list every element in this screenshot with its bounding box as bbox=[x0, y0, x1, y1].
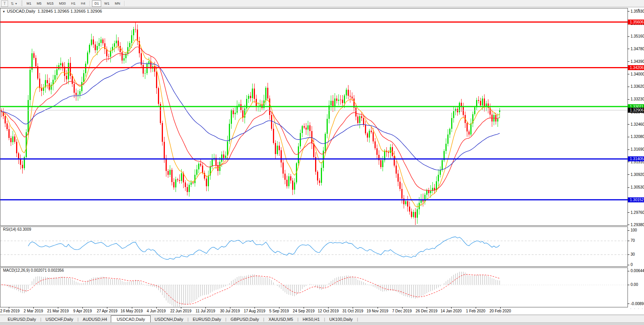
macd-label: MACD(12,26,9) 0.002071 0.002356 bbox=[3, 268, 64, 272]
price-badge-1.31405: 1.31405 bbox=[628, 156, 644, 161]
price-axis-tick: 1.32460 bbox=[631, 122, 644, 126]
date-axis-label: 27 Apr 2019 bbox=[97, 309, 117, 313]
price-axis-tick: 1.33620 bbox=[631, 84, 644, 89]
chart-tab-usdchf-daily[interactable]: USDCHF,Daily bbox=[42, 316, 77, 323]
macd-scale-label: 0.00 bbox=[631, 282, 638, 287]
date-axis-label: 11 Jul 2019 bbox=[196, 309, 215, 313]
price-axis-tick: 1.33230 bbox=[631, 97, 644, 101]
price-axis-tick: 1.35160 bbox=[631, 34, 644, 38]
rsi-scale-label: 70 bbox=[631, 238, 635, 243]
window-bottom-strip bbox=[0, 322, 644, 325]
resize-grip-dots: ．．．．．．．． bbox=[629, 305, 644, 310]
chart-tab-bar: EURUSD,Daily|USDCHF,Daily|AUDUSD,H4USDCA… bbox=[0, 315, 644, 323]
price-axis-tick: 1.31690 bbox=[631, 147, 644, 151]
chart-tab-usdcnh-daily[interactable]: USDCNH,Daily bbox=[151, 316, 187, 323]
macd-scale-label: 0.006448 bbox=[631, 269, 644, 273]
chart-tab-usdcad-daily[interactable]: USDCAD,Daily bbox=[111, 315, 151, 323]
date-axis-label: 17 Aug 2019 bbox=[244, 309, 265, 313]
price-axis-tick: 1.30920 bbox=[631, 172, 644, 177]
date-axis-label: 9 Apr 2019 bbox=[73, 309, 92, 313]
date-axis-label: 2 Mar 2019 bbox=[24, 309, 43, 313]
price-axis-tick: 1.34390 bbox=[631, 59, 644, 64]
chart-tab-gbpusd-daily[interactable]: GBPUSD,Daily bbox=[227, 316, 263, 323]
price-axis-tick: 1.34000 bbox=[631, 72, 644, 76]
date-axis-label: 14 Jan 2020 bbox=[440, 309, 462, 313]
chart-tab-eurusd-daily[interactable]: EURUSD,Daily bbox=[4, 316, 40, 323]
price-axis-tick: 1.32080 bbox=[631, 135, 644, 139]
chart-tab-xauusd-m5[interactable]: XAUUSD,M5 bbox=[264, 316, 297, 323]
rsi-label: RSI(14) 63.3009 bbox=[3, 227, 31, 231]
rsi-scale-label: 30 bbox=[631, 252, 635, 256]
chart-tab-audusd-h4[interactable]: AUDUSD,H4 bbox=[79, 316, 111, 323]
date-axis-label: 12 Feb 2019 bbox=[0, 309, 20, 313]
date-axis-label: 1 Feb 2020 bbox=[466, 309, 486, 313]
date-axis-label: 5 Sep 2019 bbox=[269, 309, 289, 313]
price-axis-tick: 1.29760 bbox=[631, 210, 644, 215]
date-axis-label: 31 Oct 2019 bbox=[342, 309, 363, 313]
date-axis-label: 19 Nov 2019 bbox=[366, 309, 388, 313]
date-axis-label: 24 Sep 2019 bbox=[293, 309, 315, 313]
tab-separator: | bbox=[356, 317, 358, 323]
date-axis-label: 16 May 2019 bbox=[121, 309, 143, 313]
chart-canvas[interactable] bbox=[0, 0, 644, 325]
price-badge-1.30152: 1.30152 bbox=[628, 197, 644, 202]
date-axis-label: 12 Oct 2019 bbox=[318, 309, 338, 313]
price-badge-1.34206: 1.34206 bbox=[628, 65, 644, 70]
price-axis-tick: 1.34780 bbox=[631, 47, 644, 51]
terminal-window: T ⇅ ▼ M1M5M15M30H1H4D1W1MN ▼USDCAD,Daily… bbox=[0, 0, 644, 325]
date-axis-label: 30 Jul 2019 bbox=[220, 309, 240, 313]
date-axis-label: 20 Feb 2020 bbox=[490, 309, 511, 313]
date-axis-label: 21 Mar 2019 bbox=[47, 309, 69, 313]
price-axis-tick: 1.29380 bbox=[631, 223, 644, 227]
scroll-up-icon[interactable]: ▲ bbox=[637, 8, 640, 11]
date-axis-label: 26 Dec 2019 bbox=[416, 309, 437, 313]
date-axis-label: 22 Jun 2019 bbox=[170, 309, 191, 313]
chart-tab-hk50-h1[interactable]: HK50,H1 bbox=[299, 316, 324, 323]
price-badge-1.32906: 1.32906 bbox=[628, 108, 644, 113]
price-axis-tick: 1.30530 bbox=[631, 185, 644, 189]
rsi-scale-label: 0 bbox=[631, 263, 633, 267]
price-badge-1.35606: 1.35606 bbox=[628, 20, 644, 25]
chart-tab-uk100-daily[interactable]: UK100,Daily bbox=[325, 316, 356, 323]
chart-tab-eurusd-daily[interactable]: EURUSD,Daily bbox=[189, 316, 225, 323]
date-axis-label: 4 Jun 2019 bbox=[147, 309, 166, 313]
rsi-scale-label: 100 bbox=[631, 228, 637, 232]
date-axis-label: 7 Dec 2019 bbox=[392, 309, 412, 313]
